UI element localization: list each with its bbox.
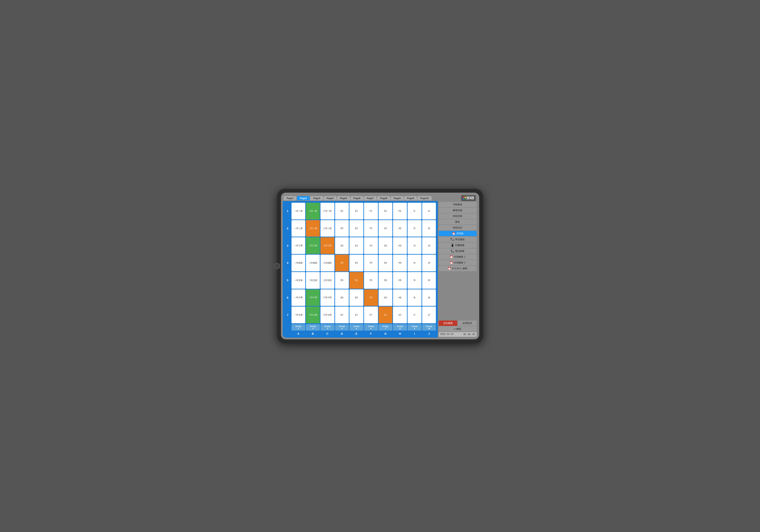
- timer-button[interactable]: ⏰ 定時鐘: [439, 231, 477, 236]
- cell-r5-c9[interactable]: J5: [422, 272, 436, 289]
- cell-r3-c4[interactable]: E3: [350, 237, 363, 254]
- cell-r4-c3[interactable]: D4: [335, 255, 349, 271]
- cell-r6-c3[interactable]: D6: [335, 289, 349, 306]
- tab-page8b[interactable]: Page8: [391, 196, 404, 200]
- group-cell-7[interactable]: Group 7: [379, 324, 393, 331]
- tab-page1[interactable]: Page1: [284, 196, 297, 200]
- ext-trigger1-button[interactable]: ⏰ 外部觸發 1: [439, 254, 477, 260]
- group-cell-2[interactable]: Group 2: [306, 324, 320, 331]
- cell-r6-c8[interactable]: I6: [407, 289, 421, 306]
- cell-r1-c4[interactable]: E1: [350, 203, 363, 219]
- cell-r5-c0[interactable]: 一年五班: [292, 272, 306, 289]
- tab-page3[interactable]: Page3: [310, 196, 323, 200]
- cell-r2-c1[interactable]: 二年二班: [306, 220, 320, 237]
- cell-r6-c1[interactable]: 二年六班: [306, 289, 320, 306]
- mobile-broadcast-button[interactable]: 📱 手機廣播: [439, 243, 477, 248]
- tab-page4[interactable]: Page4: [324, 196, 337, 200]
- cell-r5-c4[interactable]: E5: [350, 272, 363, 289]
- cell-r6-c4[interactable]: E6: [350, 289, 363, 306]
- cell-r7-c9[interactable]: J7: [422, 307, 436, 323]
- cell-r7-c6[interactable]: G7: [379, 307, 393, 323]
- cell-r2-c4[interactable]: E2: [350, 220, 363, 237]
- group-cell-1[interactable]: Group 1: [292, 324, 306, 331]
- group-cell-6[interactable]: Group 6: [364, 324, 378, 331]
- cell-r3-c2[interactable]: 三年三班: [320, 237, 334, 254]
- cell-r4-c9[interactable]: J4: [422, 255, 436, 271]
- cell-r1-c7[interactable]: H1: [393, 203, 407, 219]
- tab-page6[interactable]: Page6: [351, 196, 363, 200]
- stream-play-button[interactable]: TCP 串流播放: [439, 237, 477, 242]
- cell-r6-c0[interactable]: 一年六班: [292, 289, 306, 306]
- tab-page7[interactable]: Page7: [364, 196, 377, 200]
- cell-r7-c7[interactable]: H7: [393, 307, 407, 323]
- schedule-control-button[interactable]: 時程控制: [439, 214, 477, 219]
- cell-r6-c7[interactable]: H6: [393, 289, 407, 306]
- chart-button[interactable]: 圖表: [439, 219, 477, 224]
- group-cell-5[interactable]: Group 5: [350, 324, 363, 331]
- cell-r4-c7[interactable]: H4: [393, 255, 407, 271]
- cell-r5-c7[interactable]: H5: [393, 272, 407, 289]
- cell-r5-c3[interactable]: D5: [335, 272, 349, 289]
- cell-r1-c0[interactable]: 一年一班: [292, 203, 306, 219]
- group-cell-9[interactable]: Group 9: [407, 324, 421, 331]
- cell-r1-c5[interactable]: F1: [364, 203, 378, 219]
- cell-r2-c0[interactable]: 一年二班: [292, 220, 306, 237]
- tab-page8a[interactable]: Page8: [377, 196, 390, 200]
- cell-r3-c6[interactable]: G3: [379, 237, 393, 254]
- cell-r4-c5[interactable]: F4: [364, 255, 378, 271]
- group-cell-4[interactable]: Group 4: [335, 324, 349, 331]
- cell-r3-c3[interactable]: D3: [335, 237, 349, 254]
- cell-r2-c9[interactable]: J2: [422, 220, 436, 237]
- cell-r1-c8[interactable]: I1: [407, 203, 421, 219]
- cell-r2-c3[interactable]: D2: [335, 220, 349, 237]
- home-button[interactable]: [274, 263, 280, 269]
- cell-r7-c4[interactable]: E7: [350, 307, 363, 323]
- cell-r6-c2[interactable]: 三年六班: [320, 289, 334, 306]
- broadcast-all-button[interactable]: 全區廣播: [439, 320, 457, 326]
- cell-r4-c0[interactable]: 一年四班: [292, 255, 306, 271]
- cancel-all-button[interactable]: 全區取消: [458, 320, 477, 326]
- cell-r1-c9[interactable]: J1: [422, 203, 436, 219]
- cell-r1-c3[interactable]: D1: [335, 203, 349, 219]
- cell-r5-c2[interactable]: 三年五班: [320, 272, 334, 289]
- cell-r5-c8[interactable]: I5: [407, 272, 421, 289]
- ext-trigger2-button[interactable]: ⏰ 外部觸發 2: [439, 260, 477, 266]
- cell-r2-c5[interactable]: F2: [364, 220, 378, 237]
- cell-r5-c5[interactable]: F5: [364, 272, 378, 289]
- cell-r6-c5[interactable]: F6: [364, 289, 378, 306]
- cell-r6-c9[interactable]: J6: [422, 289, 436, 306]
- cell-r2-c2[interactable]: 三年二班: [320, 220, 334, 237]
- trigger-status-button[interactable]: 觸發狀態: [439, 208, 477, 213]
- cell-r2-c7[interactable]: H2: [393, 220, 407, 237]
- cell-r4-c4[interactable]: E4: [350, 255, 363, 271]
- cell-r7-c5[interactable]: F7: [364, 307, 378, 323]
- cell-r3-c0[interactable]: 一年三班: [292, 237, 306, 254]
- cell-r7-c0[interactable]: 一年七班: [292, 307, 306, 323]
- manual-play-button[interactable]: 手動播放: [439, 202, 477, 207]
- group-cell-8[interactable]: Group 8: [393, 324, 407, 331]
- cell-r3-c7[interactable]: H3: [393, 237, 407, 254]
- cell-r7-c2[interactable]: 三年七班: [320, 307, 334, 323]
- cell-r6-c6[interactable]: G6: [379, 289, 393, 306]
- tab-page10[interactable]: Page10: [417, 196, 432, 200]
- cell-r2-c6[interactable]: G2: [379, 220, 393, 237]
- group-cell-10[interactable]: Group 10: [422, 324, 436, 331]
- schedule-settings-button[interactable]: 時程設定: [439, 225, 477, 230]
- tab-page9[interactable]: Page9: [404, 196, 417, 200]
- cell-r5-c6[interactable]: G5: [379, 272, 393, 289]
- cell-r3-c1[interactable]: 二年三班: [306, 237, 320, 254]
- cell-r4-c1[interactable]: 二年四班: [306, 255, 320, 271]
- phone-broadcast-button[interactable]: 📞 電話廣播: [439, 248, 477, 254]
- cell-r1-c2[interactable]: 三年一班: [320, 203, 334, 219]
- cell-r3-c9[interactable]: J3: [422, 237, 436, 254]
- exit-button[interactable]: ↩ 離開: [439, 326, 477, 332]
- cell-r1-c6[interactable]: G1: [379, 203, 393, 219]
- cell-r4-c8[interactable]: I4: [407, 255, 421, 271]
- tab-page2[interactable]: Page2: [297, 196, 310, 200]
- cell-r3-c8[interactable]: I3: [407, 237, 421, 254]
- cell-r3-c5[interactable]: F3: [364, 237, 378, 254]
- cell-r7-c3[interactable]: D7: [335, 307, 349, 323]
- tab-page5[interactable]: Page5: [337, 196, 350, 200]
- cell-r5-c1[interactable]: 二年五班: [306, 272, 320, 289]
- cell-r4-c2[interactable]: 三年四班: [320, 255, 334, 271]
